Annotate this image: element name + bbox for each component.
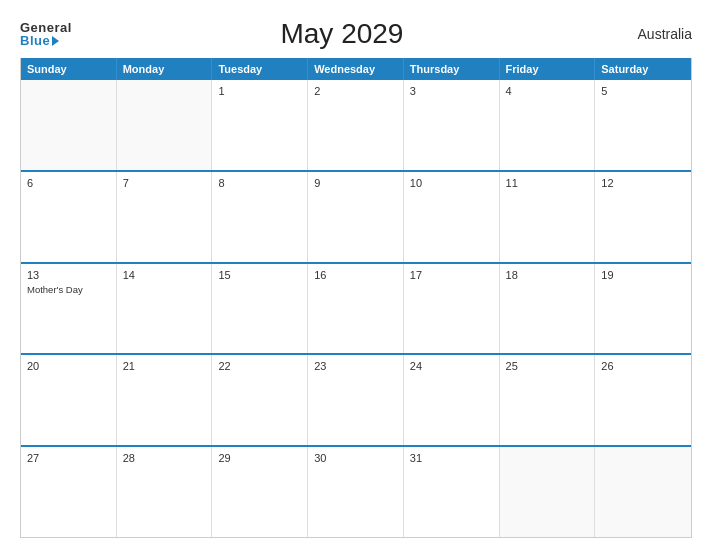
day-number: 26 (601, 360, 685, 373)
day-number: 25 (506, 360, 589, 373)
day-number: 24 (410, 360, 493, 373)
day-number: 10 (410, 177, 493, 190)
day-number: 14 (123, 269, 206, 282)
cal-cell: 8 (212, 172, 308, 262)
cal-cell: 21 (117, 355, 213, 445)
cal-cell: 13Mother's Day (21, 264, 117, 354)
week-row-4: 20212223242526 (21, 353, 691, 445)
calendar-header: SundayMondayTuesdayWednesdayThursdayFrid… (21, 58, 691, 80)
cal-cell: 9 (308, 172, 404, 262)
cal-cell: 22 (212, 355, 308, 445)
day-number: 22 (218, 360, 301, 373)
calendar-body: 12345678910111213Mother's Day14151617181… (21, 80, 691, 537)
cal-cell: 11 (500, 172, 596, 262)
week-row-2: 6789101112 (21, 170, 691, 262)
day-number: 19 (601, 269, 685, 282)
calendar-title: May 2029 (72, 18, 612, 50)
day-number: 5 (601, 85, 685, 98)
cal-cell: 5 (595, 80, 691, 170)
country-label: Australia (612, 26, 692, 42)
cal-cell: 27 (21, 447, 117, 537)
day-header-saturday: Saturday (595, 58, 691, 80)
calendar: SundayMondayTuesdayWednesdayThursdayFrid… (20, 58, 692, 538)
week-row-3: 13Mother's Day141516171819 (21, 262, 691, 354)
cal-cell: 4 (500, 80, 596, 170)
cal-cell: 12 (595, 172, 691, 262)
day-header-wednesday: Wednesday (308, 58, 404, 80)
cal-cell: 24 (404, 355, 500, 445)
week-row-1: 12345 (21, 80, 691, 170)
day-number: 18 (506, 269, 589, 282)
day-number: 9 (314, 177, 397, 190)
day-number: 12 (601, 177, 685, 190)
cal-cell (117, 80, 213, 170)
day-number: 2 (314, 85, 397, 98)
cal-cell: 25 (500, 355, 596, 445)
logo-blue-text: Blue (20, 34, 72, 47)
day-header-sunday: Sunday (21, 58, 117, 80)
day-number: 11 (506, 177, 589, 190)
day-number: 21 (123, 360, 206, 373)
day-number: 1 (218, 85, 301, 98)
page: General Blue May 2029 Australia SundayMo… (0, 0, 712, 550)
day-number: 15 (218, 269, 301, 282)
week-row-5: 2728293031 (21, 445, 691, 537)
cal-cell: 2 (308, 80, 404, 170)
day-event: Mother's Day (27, 284, 110, 295)
day-header-thursday: Thursday (404, 58, 500, 80)
cal-cell: 23 (308, 355, 404, 445)
cal-cell (21, 80, 117, 170)
cal-cell (500, 447, 596, 537)
cal-cell: 16 (308, 264, 404, 354)
day-header-friday: Friday (500, 58, 596, 80)
day-number: 29 (218, 452, 301, 465)
cal-cell: 20 (21, 355, 117, 445)
logo-triangle-icon (52, 36, 59, 46)
day-number: 7 (123, 177, 206, 190)
day-header-monday: Monday (117, 58, 213, 80)
day-number: 27 (27, 452, 110, 465)
cal-cell: 26 (595, 355, 691, 445)
day-number: 3 (410, 85, 493, 98)
cal-cell: 31 (404, 447, 500, 537)
header: General Blue May 2029 Australia (20, 18, 692, 50)
cal-cell: 10 (404, 172, 500, 262)
cal-cell: 6 (21, 172, 117, 262)
cal-cell: 18 (500, 264, 596, 354)
day-number: 20 (27, 360, 110, 373)
logo: General Blue (20, 21, 72, 47)
cal-cell (595, 447, 691, 537)
day-number: 4 (506, 85, 589, 98)
day-number: 28 (123, 452, 206, 465)
cal-cell: 1 (212, 80, 308, 170)
cal-cell: 3 (404, 80, 500, 170)
cal-cell: 19 (595, 264, 691, 354)
day-number: 23 (314, 360, 397, 373)
cal-cell: 17 (404, 264, 500, 354)
day-number: 13 (27, 269, 110, 282)
cal-cell: 7 (117, 172, 213, 262)
cal-cell: 28 (117, 447, 213, 537)
day-number: 6 (27, 177, 110, 190)
day-number: 31 (410, 452, 493, 465)
day-number: 17 (410, 269, 493, 282)
cal-cell: 15 (212, 264, 308, 354)
cal-cell: 29 (212, 447, 308, 537)
day-number: 16 (314, 269, 397, 282)
cal-cell: 30 (308, 447, 404, 537)
day-number: 30 (314, 452, 397, 465)
day-number: 8 (218, 177, 301, 190)
day-header-tuesday: Tuesday (212, 58, 308, 80)
cal-cell: 14 (117, 264, 213, 354)
